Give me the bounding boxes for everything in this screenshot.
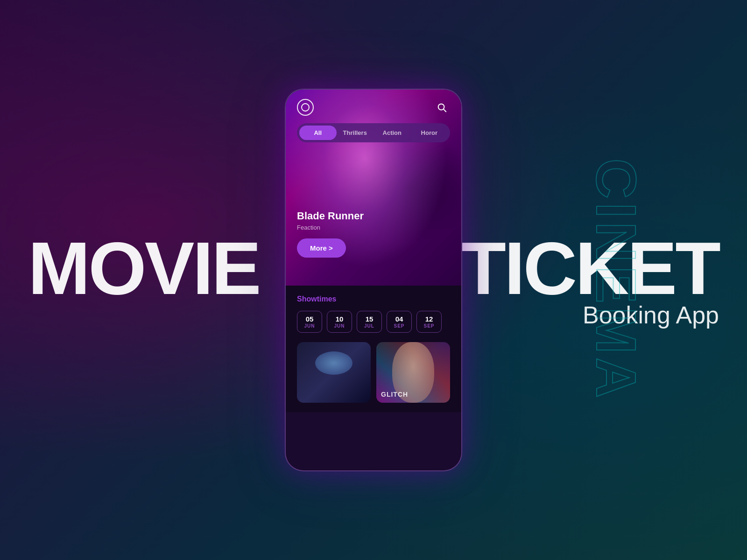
eye-graphic bbox=[315, 351, 352, 375]
date-day-4: 04 bbox=[393, 315, 406, 323]
date-day-2: 10 bbox=[333, 315, 346, 323]
more-button[interactable]: More > bbox=[297, 238, 346, 258]
date-day-3: 15 bbox=[363, 315, 376, 323]
date-4[interactable]: 04 SEP bbox=[387, 311, 412, 333]
tab-action[interactable]: Action bbox=[374, 126, 411, 140]
content-section: Showtimes 05 JUN 10 JUN 15 JUL 04 SEP bbox=[286, 286, 461, 412]
date-month-5: SEP bbox=[423, 323, 436, 329]
movie-thumbnails: GLITCH bbox=[297, 342, 450, 403]
showtimes-label: Showtimes bbox=[297, 295, 450, 303]
hero-section: All Thrillers Action Horor Blade Runner … bbox=[286, 90, 461, 286]
svg-line-2 bbox=[444, 109, 446, 112]
thumb-label: GLITCH bbox=[381, 391, 408, 398]
profile-icon[interactable] bbox=[297, 99, 314, 116]
thumbnail-1[interactable] bbox=[297, 342, 371, 403]
cinema-watermark: CINEMA bbox=[584, 158, 648, 401]
movie-info: Blade Runner Feaction More > bbox=[297, 210, 364, 258]
bg-movie-text: MOVIE bbox=[28, 231, 260, 306]
date-day-5: 12 bbox=[423, 315, 436, 323]
search-icon[interactable] bbox=[433, 99, 450, 116]
date-month-2: JUN bbox=[333, 323, 346, 329]
thumbnail-2[interactable]: GLITCH bbox=[376, 342, 450, 403]
date-3[interactable]: 15 JUL bbox=[357, 311, 382, 333]
date-1[interactable]: 05 JUN bbox=[297, 311, 322, 333]
movie-genre: Feaction bbox=[297, 224, 364, 231]
movie-title: Blade Runner bbox=[297, 210, 364, 222]
date-month-4: SEP bbox=[393, 323, 406, 329]
date-month-1: JUN bbox=[303, 323, 316, 329]
date-5[interactable]: 12 SEP bbox=[416, 311, 442, 333]
dates-row: 05 JUN 10 JUN 15 JUL 04 SEP 12 SEP bbox=[297, 311, 450, 333]
date-day-1: 05 bbox=[303, 315, 316, 323]
date-month-3: JUL bbox=[363, 323, 376, 329]
tab-thrillers[interactable]: Thrillers bbox=[337, 126, 374, 140]
genre-tabs: All Thrillers Action Horor bbox=[297, 123, 450, 142]
top-bar bbox=[286, 99, 461, 116]
tab-all[interactable]: All bbox=[299, 126, 337, 140]
svg-point-0 bbox=[302, 104, 309, 111]
tab-horror[interactable]: Horor bbox=[411, 126, 448, 140]
phone-mockup: All Thrillers Action Horor Blade Runner … bbox=[285, 89, 462, 471]
phone-screen: All Thrillers Action Horor Blade Runner … bbox=[285, 89, 462, 471]
date-2[interactable]: 10 JUN bbox=[327, 311, 352, 333]
